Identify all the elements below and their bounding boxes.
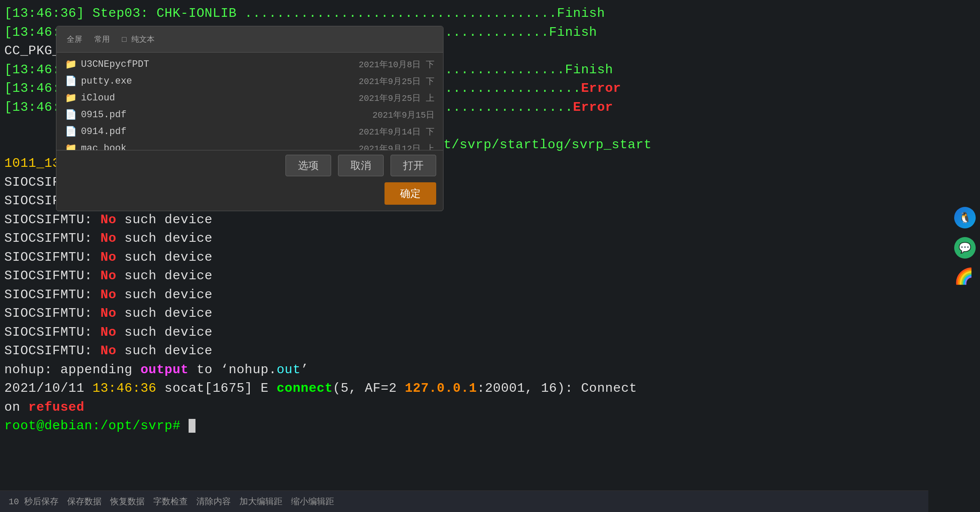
terminal-line-17: SIOCSIFMTU: No such device — [4, 304, 980, 323]
terminal-line-16: SIOCSIFMTU: No such device — [4, 286, 980, 305]
file-date: 2021年9月12日 上 — [359, 143, 434, 150]
file-list: 📁U3CNEpycfPDT2021年10月8日 下📄putty.exe2021年… — [56, 53, 443, 150]
file-icon: 📄 — [65, 126, 77, 137]
terminal-line-14: SIOCSIFMTU: No such device — [4, 248, 980, 267]
plaintext-checkbox[interactable]: □ 纯文本 — [118, 31, 158, 48]
qq-icon[interactable]: 🐧 — [954, 207, 976, 228]
file-item-5[interactable]: 📁mac_book2021年9月12日 上 — [56, 140, 443, 150]
terminal-cursor — [189, 419, 195, 433]
folder-icon: 📁 — [65, 143, 77, 150]
file-date: 2021年9月25日 下 — [359, 75, 434, 87]
terminal-line-12: SIOCSIFMTU: No such device — [4, 211, 980, 230]
confirm-button[interactable]: 确定 — [385, 182, 436, 205]
file-name: U3CNEpycfPDT — [81, 59, 149, 70]
open-button[interactable]: 打开 — [391, 155, 436, 176]
file-item-0[interactable]: 📁U3CNEpycfPDT2021年10月8日 下 — [56, 56, 443, 73]
file-icon: 📄 — [65, 109, 77, 121]
rainbow-icon[interactable]: 🌈 — [954, 267, 976, 286]
terminal-line-23: root@debian:/opt/svrp# — [4, 417, 980, 436]
file-list-container: 📁U3CNEpycfPDT2021年10月8日 下📄putty.exe2021年… — [56, 53, 443, 150]
file-name: 0915.pdf — [81, 109, 127, 120]
folder-icon: 📁 — [65, 59, 77, 70]
dialog-footer: 选项 取消 打开 — [56, 150, 443, 181]
wechat-icon[interactable]: 💬 — [954, 237, 976, 259]
restore-data-btn[interactable]: 恢复数据 — [110, 496, 145, 507]
increase-edit-btn[interactable]: 加大编辑距 — [239, 496, 282, 507]
file-item-3[interactable]: 📄0915.pdf2021年9月15日 — [56, 106, 443, 123]
bottom-toolbar: 10 秒后保存 保存数据 恢复数据 字数检查 清除内容 加大编辑距 缩小编辑距 — [0, 490, 928, 512]
common-btn[interactable]: 常用 — [91, 31, 113, 48]
file-name: putty.exe — [81, 76, 132, 87]
terminal-line-18: SIOCSIFMTU: No such device — [4, 323, 980, 342]
file-name: iCloud — [81, 93, 115, 103]
terminal-line-21: 2021/10/11 13:46:36 socat[1675] E connec… — [4, 379, 980, 398]
terminal-line-20: nohup: appending output to ‘nohup.out’ — [4, 361, 980, 380]
file-name: mac_book — [81, 143, 127, 150]
confirm-row: 确定 — [56, 181, 443, 211]
decrease-edit-btn[interactable]: 缩小编辑距 — [291, 496, 334, 507]
file-date: 2021年10月8日 下 — [359, 59, 434, 70]
autosave-label: 10 秒后保存 — [9, 496, 59, 507]
terminal-line-1: [13:46:36] Step03: CHK-IONLIB ..........… — [4, 4, 980, 23]
file-name: 0914.pdf — [81, 126, 127, 137]
file-date: 2021年9月25日 上 — [359, 92, 434, 104]
clear-content-btn[interactable]: 清除内容 — [196, 496, 231, 507]
file-date: 2021年9月14日 下 — [359, 126, 434, 137]
options-button[interactable]: 选项 — [285, 155, 331, 176]
folder-icon: 📁 — [65, 92, 77, 104]
file-date: 2021年9月15日 — [372, 109, 434, 121]
file-dialog: 全屏 常用 □ 纯文本 📁U3CNEpycfPDT2021年10月8日 下📄pu… — [56, 26, 443, 211]
terminal-line-19: SIOCSIFMTU: No such device — [4, 342, 980, 361]
file-item-2[interactable]: 📁iCloud2021年9月25日 上 — [56, 90, 443, 106]
cancel-button[interactable]: 取消 — [338, 155, 384, 176]
file-item-1[interactable]: 📄putty.exe2021年9月25日 下 — [56, 73, 443, 90]
terminal-line-13: SIOCSIFMTU: No such device — [4, 229, 980, 248]
fullscreen-btn[interactable]: 全屏 — [63, 31, 86, 48]
file-item-4[interactable]: 📄0914.pdf2021年9月14日 下 — [56, 123, 443, 140]
terminal-line-15: SIOCSIFMTU: No such device — [4, 267, 980, 286]
dialog-toolbar: 全屏 常用 □ 纯文本 — [56, 26, 443, 53]
word-check-btn[interactable]: 字数检查 — [153, 496, 188, 507]
save-data-btn[interactable]: 保存数据 — [67, 496, 102, 507]
terminal-line-22: on refused — [4, 398, 980, 417]
file-icon: 📄 — [65, 75, 77, 87]
terminal-window: [13:46:36] Step03: CHK-IONLIB ..........… — [0, 0, 980, 512]
